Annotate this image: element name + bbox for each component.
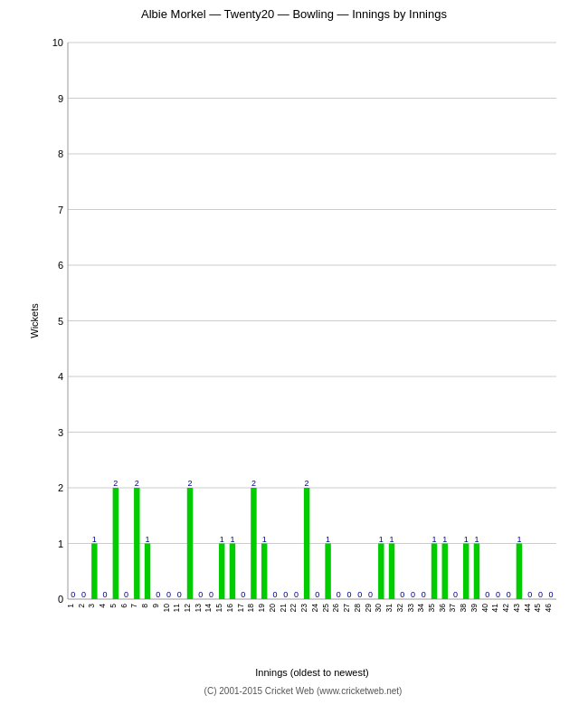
svg-text:34: 34 — [416, 604, 425, 613]
svg-text:35: 35 — [427, 604, 436, 613]
svg-text:1: 1 — [379, 535, 384, 544]
svg-rect-50 — [187, 488, 193, 599]
copyright-text: (C) 2001-2015 Cricket Web (www.cricketwe… — [27, 686, 579, 696]
svg-text:14: 14 — [204, 604, 213, 613]
svg-text:1: 1 — [58, 538, 63, 549]
svg-text:0: 0 — [166, 590, 171, 599]
svg-text:5: 5 — [58, 316, 63, 327]
svg-text:10: 10 — [162, 604, 171, 613]
svg-rect-116 — [474, 544, 479, 600]
svg-text:4: 4 — [58, 371, 63, 382]
svg-text:7: 7 — [58, 205, 63, 215]
svg-text:0: 0 — [368, 590, 373, 599]
svg-text:23: 23 — [299, 604, 308, 613]
svg-text:38: 38 — [459, 604, 468, 613]
svg-text:11: 11 — [172, 604, 181, 613]
chart-container: Albie Morkel — Twenty20 — Bowling — Inni… — [0, 0, 588, 724]
svg-text:2: 2 — [135, 479, 139, 488]
svg-text:1: 1 — [146, 535, 150, 544]
svg-text:0: 0 — [294, 590, 299, 599]
svg-text:1: 1 — [66, 604, 75, 608]
svg-text:Innings (oldest to newest): Innings (oldest to newest) — [255, 667, 368, 678]
svg-text:30: 30 — [374, 604, 383, 613]
svg-text:0: 0 — [103, 590, 108, 599]
svg-text:41: 41 — [490, 604, 499, 613]
svg-text:0: 0 — [549, 590, 554, 599]
svg-text:29: 29 — [364, 604, 373, 613]
svg-text:Wickets: Wickets — [29, 303, 40, 338]
svg-text:0: 0 — [272, 590, 277, 599]
svg-text:1: 1 — [432, 535, 436, 544]
svg-text:0: 0 — [177, 590, 182, 599]
svg-text:37: 37 — [448, 604, 457, 613]
svg-text:4: 4 — [98, 604, 107, 608]
svg-text:2: 2 — [58, 482, 63, 493]
svg-text:0: 0 — [198, 590, 203, 599]
svg-text:13: 13 — [194, 604, 203, 613]
svg-rect-93 — [378, 544, 384, 600]
svg-text:2: 2 — [305, 479, 309, 488]
svg-text:0: 0 — [453, 590, 458, 599]
svg-text:8: 8 — [58, 148, 63, 159]
svg-text:0: 0 — [71, 590, 75, 599]
svg-text:9: 9 — [58, 93, 63, 104]
svg-text:0: 0 — [538, 590, 543, 599]
svg-rect-125 — [517, 544, 522, 600]
svg-text:16: 16 — [225, 604, 234, 613]
svg-text:0: 0 — [58, 594, 63, 605]
svg-text:2: 2 — [187, 479, 192, 488]
svg-text:0: 0 — [209, 590, 213, 599]
svg-text:0: 0 — [283, 590, 288, 599]
svg-text:25: 25 — [321, 604, 330, 613]
svg-text:1: 1 — [220, 535, 224, 544]
svg-text:6: 6 — [58, 260, 63, 271]
svg-rect-60 — [230, 544, 235, 600]
svg-rect-33 — [113, 488, 119, 599]
svg-text:36: 36 — [438, 604, 447, 613]
svg-text:0: 0 — [81, 590, 86, 599]
svg-text:0: 0 — [496, 590, 500, 599]
svg-text:1: 1 — [92, 535, 97, 544]
svg-text:0: 0 — [315, 590, 319, 599]
svg-text:0: 0 — [337, 590, 341, 599]
svg-rect-68 — [261, 544, 267, 600]
svg-text:0: 0 — [507, 590, 511, 599]
svg-rect-108 — [442, 544, 448, 600]
svg-text:1: 1 — [230, 535, 234, 544]
svg-text:2: 2 — [113, 479, 118, 488]
svg-text:17: 17 — [236, 604, 245, 613]
svg-text:21: 21 — [279, 604, 288, 613]
svg-text:10: 10 — [52, 37, 63, 48]
svg-text:1: 1 — [262, 535, 267, 544]
svg-text:43: 43 — [512, 604, 521, 613]
svg-text:18: 18 — [246, 604, 255, 613]
svg-text:3: 3 — [58, 427, 63, 438]
svg-text:20: 20 — [268, 604, 277, 613]
svg-text:0: 0 — [124, 590, 128, 599]
svg-text:0: 0 — [411, 590, 415, 599]
svg-rect-41 — [145, 544, 150, 600]
svg-rect-96 — [389, 544, 394, 600]
svg-text:28: 28 — [353, 604, 362, 613]
svg-text:0: 0 — [357, 590, 362, 599]
svg-text:1: 1 — [464, 535, 469, 544]
svg-text:0: 0 — [241, 590, 245, 599]
svg-text:46: 46 — [544, 604, 553, 613]
svg-text:44: 44 — [523, 604, 532, 613]
svg-rect-105 — [432, 544, 437, 600]
chart-title: Albie Morkel — Twenty20 — Bowling — Inni… — [0, 0, 588, 24]
svg-text:33: 33 — [406, 604, 415, 613]
svg-text:6: 6 — [119, 604, 128, 608]
svg-text:1: 1 — [390, 535, 394, 544]
svg-text:42: 42 — [501, 604, 510, 613]
svg-text:9: 9 — [151, 604, 160, 608]
svg-rect-82 — [325, 544, 330, 600]
svg-text:1: 1 — [442, 535, 447, 544]
svg-text:26: 26 — [331, 604, 340, 613]
svg-text:22: 22 — [289, 604, 298, 613]
svg-text:19: 19 — [257, 604, 266, 613]
svg-text:0: 0 — [485, 590, 489, 599]
svg-rect-57 — [219, 544, 224, 600]
svg-rect-38 — [134, 488, 139, 599]
svg-text:0: 0 — [400, 590, 404, 599]
